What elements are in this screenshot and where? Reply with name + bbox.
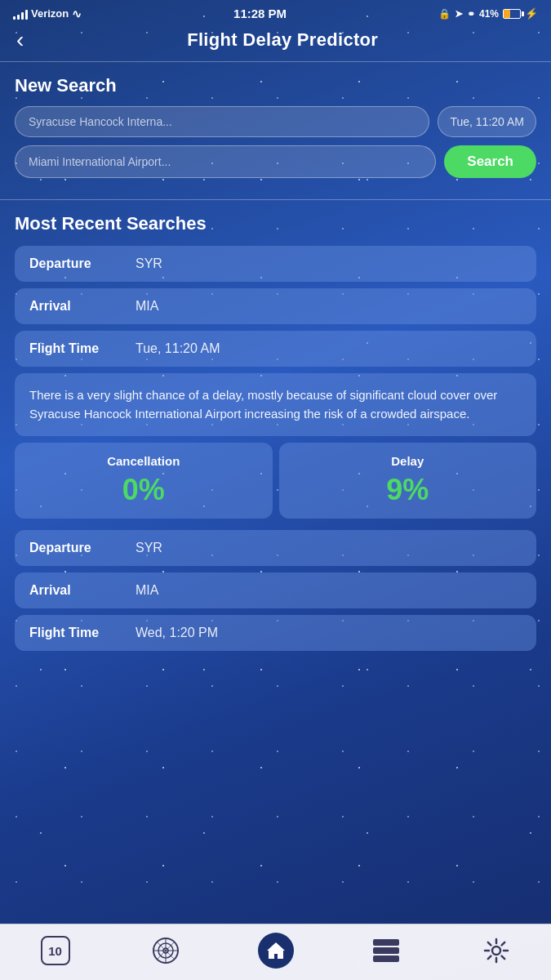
badge-count: 10: [41, 936, 70, 965]
tab-radar[interactable]: [110, 937, 220, 964]
signal-icon: [13, 8, 28, 20]
description-card-1: There is a very slight chance of a delay…: [15, 373, 536, 436]
search-button[interactable]: Search: [444, 145, 536, 178]
departure-value-2: SYR: [136, 541, 162, 555]
tab-home[interactable]: [220, 933, 331, 969]
tab-settings[interactable]: [441, 938, 551, 964]
radar-icon: [152, 937, 180, 964]
battery-icon: [503, 9, 521, 19]
flight-time-row-1: Flight Time Tue, 11:20 AM: [15, 331, 536, 367]
arrival-value-2: MIA: [136, 583, 158, 598]
cancellation-label: Cancellation: [29, 454, 258, 468]
flight-time-label-1: Flight Time: [29, 341, 136, 356]
battery-fill: [504, 10, 510, 18]
flight-time-value-2: Wed, 1:20 PM: [136, 626, 218, 640]
departure-label-1: Departure: [29, 256, 136, 271]
flight-time-row-2: Flight Time Wed, 1:20 PM: [15, 615, 536, 651]
back-button[interactable]: ‹: [16, 29, 24, 51]
page-title: Flight Delay Predictor: [30, 29, 535, 51]
battery-percent: 41%: [479, 8, 499, 20]
arrival-input[interactable]: [15, 145, 436, 178]
carrier-label: Verizon: [31, 7, 69, 20]
departure-row-1: Departure SYR: [15, 246, 536, 282]
delay-card: Delay 9%: [279, 443, 537, 519]
lock-icon: 🔒: [438, 8, 451, 20]
charging-icon: ⚡: [525, 7, 538, 20]
svg-line-18: [487, 956, 491, 960]
departure-label-2: Departure: [29, 541, 136, 555]
cancellation-card: Cancellation 0%: [15, 443, 273, 519]
description-text-1: There is a very slight chance of a delay…: [29, 388, 497, 421]
home-icon-wrap: [258, 933, 294, 969]
svg-line-16: [501, 956, 504, 960]
arrival-row-2: Arrival MIA: [15, 572, 536, 608]
stats-row-1: Cancellation 0% Delay 9%: [15, 443, 536, 519]
settings-icon: [483, 938, 509, 964]
new-search-title: New Search: [15, 75, 536, 96]
svg-rect-7: [373, 939, 399, 946]
departure-value-1: SYR: [136, 256, 162, 271]
list-icon: [373, 939, 399, 962]
status-left: Verizon ∿: [13, 7, 82, 20]
new-search-section: New Search Tue, 11:20 AM Search: [0, 62, 551, 199]
result-group-2: Departure SYR Arrival MIA Flight Time We…: [15, 530, 536, 651]
status-right: 🔒 ➤ ⚭ 41% ⚡: [438, 7, 538, 20]
flight-time-label-2: Flight Time: [29, 626, 136, 640]
location-icon: ➤: [455, 8, 463, 20]
departure-input[interactable]: [15, 106, 429, 137]
arrival-label-1: Arrival: [29, 299, 136, 314]
tab-list[interactable]: [331, 939, 441, 962]
svg-rect-8: [373, 947, 399, 954]
tab-badge[interactable]: 10: [0, 936, 110, 965]
departure-row-2: Departure SYR: [15, 530, 536, 566]
time-label: 11:28 PM: [233, 7, 287, 20]
home-icon: [265, 940, 287, 961]
bluetooth-icon: ⚭: [467, 8, 475, 20]
svg-line-15: [487, 942, 491, 946]
status-bar: Verizon ∿ 11:28 PM 🔒 ➤ ⚭ 41% ⚡: [0, 0, 551, 24]
svg-line-17: [501, 942, 504, 946]
first-input-row: Tue, 11:20 AM: [15, 106, 536, 137]
delay-label: Delay: [294, 454, 522, 468]
second-input-row: Search: [15, 145, 536, 178]
results-section: Most Recent Searches Departure SYR Arriv…: [0, 200, 551, 670]
flight-time-value-1: Tue, 11:20 AM: [136, 341, 220, 356]
wifi-icon: ∿: [72, 7, 82, 20]
svg-rect-9: [373, 956, 399, 962]
delay-value: 9%: [294, 473, 522, 507]
arrival-row-1: Arrival MIA: [15, 288, 536, 324]
results-title: Most Recent Searches: [15, 213, 536, 234]
nav-header: ‹ Flight Delay Predictor: [0, 24, 551, 62]
result-group-1: Departure SYR Arrival MIA Flight Time Tu…: [15, 246, 536, 519]
tab-bar: 10: [0, 924, 551, 980]
cancellation-value: 0%: [29, 473, 258, 507]
svg-point-10: [492, 947, 500, 955]
arrival-value-1: MIA: [136, 299, 158, 314]
arrival-label-2: Arrival: [29, 583, 136, 598]
date-input[interactable]: Tue, 11:20 AM: [438, 106, 536, 137]
